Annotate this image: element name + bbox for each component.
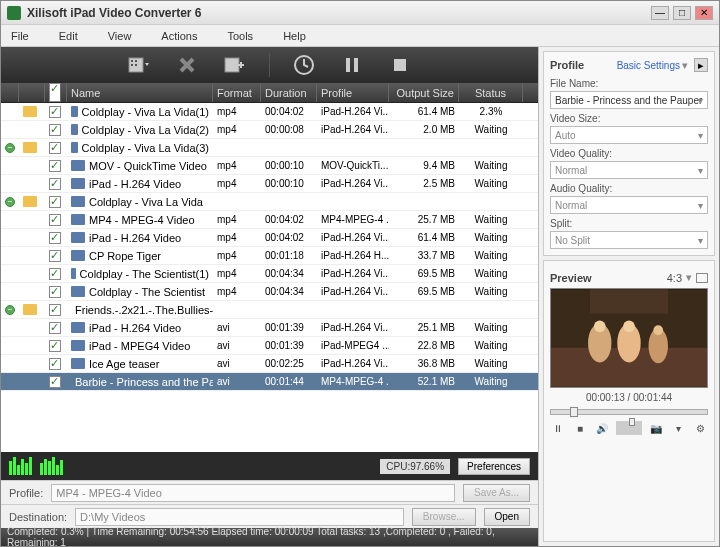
table-row[interactable]: −Coldplay - Viva La Vida bbox=[1, 193, 538, 211]
browse-button[interactable]: Browse... bbox=[412, 508, 476, 526]
preview-panel: Preview 4:3 ▾ 00:00:13 / 00:01:44 ⏸ ■ 🔊 … bbox=[543, 260, 715, 542]
row-checkbox[interactable] bbox=[49, 358, 61, 370]
dropdown-icon[interactable]: ▾ bbox=[682, 59, 688, 72]
stop-button[interactable] bbox=[386, 53, 414, 77]
snapshot-button[interactable]: 📷 bbox=[648, 421, 664, 435]
duration-cell: 00:04:02 bbox=[261, 211, 317, 228]
table-row[interactable]: CP Rope Tigermp400:01:18iPad-H.264 H...3… bbox=[1, 247, 538, 265]
table-row[interactable]: Coldplay - Viva La Vida(2)mp400:00:08iPa… bbox=[1, 121, 538, 139]
seek-slider[interactable] bbox=[550, 409, 708, 415]
table-row[interactable]: Coldplay - The Scientist(1)mp400:04:34iP… bbox=[1, 265, 538, 283]
collapse-icon[interactable]: − bbox=[5, 197, 15, 207]
table-row[interactable]: iPad - H.264 Videomp400:00:10iPad-H.264 … bbox=[1, 175, 538, 193]
row-checkbox[interactable] bbox=[49, 250, 61, 262]
convert-button[interactable] bbox=[290, 53, 318, 77]
menu-tools[interactable]: Tools bbox=[227, 30, 253, 42]
split-select[interactable]: No Split bbox=[550, 231, 708, 249]
status-cell bbox=[459, 139, 523, 156]
table-row[interactable]: Coldplay - Viva La Vida(1)mp400:04:02iPa… bbox=[1, 103, 538, 121]
col-duration[interactable]: Duration bbox=[261, 83, 317, 102]
size-cell: 2.5 MB bbox=[389, 175, 459, 192]
stop-preview-button[interactable]: ■ bbox=[572, 421, 588, 435]
filename-field[interactable]: Barbie - Princess and the Pauper bbox=[550, 91, 708, 109]
col-size[interactable]: Output Size bbox=[389, 83, 459, 102]
table-row[interactable]: −Coldplay - Viva La Vida(3) bbox=[1, 139, 538, 157]
row-checkbox[interactable] bbox=[49, 160, 61, 172]
status-cell: Waiting bbox=[459, 229, 523, 246]
close-button[interactable]: ✕ bbox=[695, 6, 713, 20]
table-row[interactable]: iPad - H.264 Videoavi00:01:39iPad-H.264 … bbox=[1, 319, 538, 337]
collapse-icon[interactable]: − bbox=[5, 143, 15, 153]
table-row[interactable]: MP4 - MPEG-4 Videomp400:04:02MP4-MPEG-4 … bbox=[1, 211, 538, 229]
basic-settings-link[interactable]: Basic Settings bbox=[617, 60, 680, 71]
destination-input[interactable] bbox=[75, 508, 404, 526]
row-checkbox[interactable] bbox=[49, 304, 61, 316]
profile-select[interactable] bbox=[51, 484, 455, 502]
open-button[interactable]: Open bbox=[484, 508, 530, 526]
table-row[interactable]: iPad - H.264 Videomp400:04:02iPad-H.264 … bbox=[1, 229, 538, 247]
size-cell: 25.1 MB bbox=[389, 319, 459, 336]
svg-rect-3 bbox=[346, 58, 350, 72]
row-checkbox[interactable] bbox=[49, 214, 61, 226]
check-all[interactable] bbox=[49, 83, 61, 102]
col-format[interactable]: Format bbox=[213, 83, 261, 102]
row-checkbox[interactable] bbox=[49, 340, 61, 352]
menu-help[interactable]: Help bbox=[283, 30, 306, 42]
status-cell: 2.3% bbox=[459, 103, 523, 120]
col-name[interactable]: Name bbox=[67, 83, 213, 102]
fullscreen-icon[interactable] bbox=[696, 273, 708, 283]
profile-cell: iPad-H.264 Vi... bbox=[317, 265, 389, 282]
remove-button[interactable] bbox=[173, 53, 201, 77]
table-row[interactable]: −Friends.-.2x21.-.The.Bullies-P... bbox=[1, 301, 538, 319]
minimize-button[interactable]: — bbox=[651, 6, 669, 20]
format-cell: avi bbox=[213, 355, 261, 372]
pause-button[interactable] bbox=[338, 53, 366, 77]
svg-rect-14 bbox=[590, 289, 668, 313]
settings-icon[interactable]: ⚙ bbox=[692, 421, 708, 435]
menu-edit[interactable]: Edit bbox=[59, 30, 78, 42]
row-checkbox[interactable] bbox=[49, 178, 61, 190]
row-checkbox[interactable] bbox=[49, 142, 61, 154]
collapse-icon[interactable]: − bbox=[5, 305, 15, 315]
row-checkbox[interactable] bbox=[49, 286, 61, 298]
table-row[interactable]: MOV - QuickTime Videomp400:00:10MOV-Quic… bbox=[1, 157, 538, 175]
row-checkbox[interactable] bbox=[49, 106, 61, 118]
row-checkbox[interactable] bbox=[49, 196, 61, 208]
audioquality-select[interactable]: Normal bbox=[550, 196, 708, 214]
aspect-label[interactable]: 4:3 bbox=[667, 272, 682, 284]
videosize-select[interactable]: Auto bbox=[550, 126, 708, 144]
col-status[interactable]: Status bbox=[459, 83, 523, 102]
volume-icon[interactable]: 🔊 bbox=[594, 421, 610, 435]
expand-button[interactable]: ▸ bbox=[694, 58, 708, 72]
split-label: Split: bbox=[550, 218, 708, 229]
row-checkbox[interactable] bbox=[49, 268, 61, 280]
save-as-button[interactable]: Save As... bbox=[463, 484, 530, 502]
maximize-button[interactable]: □ bbox=[673, 6, 691, 20]
svg-rect-1 bbox=[225, 58, 239, 72]
destination-label: Destination: bbox=[9, 511, 67, 523]
videoquality-select[interactable]: Normal bbox=[550, 161, 708, 179]
play-pause-button[interactable]: ⏸ bbox=[550, 421, 566, 435]
preview-video[interactable] bbox=[550, 288, 708, 388]
file-list[interactable]: Coldplay - Viva La Vida(1)mp400:04:02iPa… bbox=[1, 103, 538, 452]
volume-slider[interactable] bbox=[616, 421, 642, 435]
row-checkbox[interactable] bbox=[49, 232, 61, 244]
table-row[interactable]: Ice Age teaseravi00:02:25iPad-H.264 Vi..… bbox=[1, 355, 538, 373]
table-row[interactable]: iPad - MPEG4 Videoavi00:01:39iPad-MPEG4 … bbox=[1, 337, 538, 355]
dropdown-icon[interactable]: ▾ bbox=[686, 271, 692, 284]
row-checkbox[interactable] bbox=[49, 124, 61, 136]
row-checkbox[interactable] bbox=[49, 376, 61, 388]
add-profile-button[interactable] bbox=[221, 53, 249, 77]
menu-file[interactable]: File bbox=[11, 30, 29, 42]
menu-view[interactable]: View bbox=[108, 30, 132, 42]
row-checkbox[interactable] bbox=[49, 322, 61, 334]
add-file-button[interactable] bbox=[125, 53, 153, 77]
dropdown-icon[interactable]: ▾ bbox=[670, 421, 686, 435]
videoquality-label: Video Quality: bbox=[550, 148, 708, 159]
table-row[interactable]: Barbie - Princess and the Pau...avi00:01… bbox=[1, 373, 538, 391]
menu-actions[interactable]: Actions bbox=[161, 30, 197, 42]
preferences-button[interactable]: Preferences bbox=[458, 458, 530, 475]
table-row[interactable]: Coldplay - The Scientistmp400:04:34iPad-… bbox=[1, 283, 538, 301]
col-profile[interactable]: Profile bbox=[317, 83, 389, 102]
file-name: iPad - H.264 Video bbox=[89, 178, 181, 190]
